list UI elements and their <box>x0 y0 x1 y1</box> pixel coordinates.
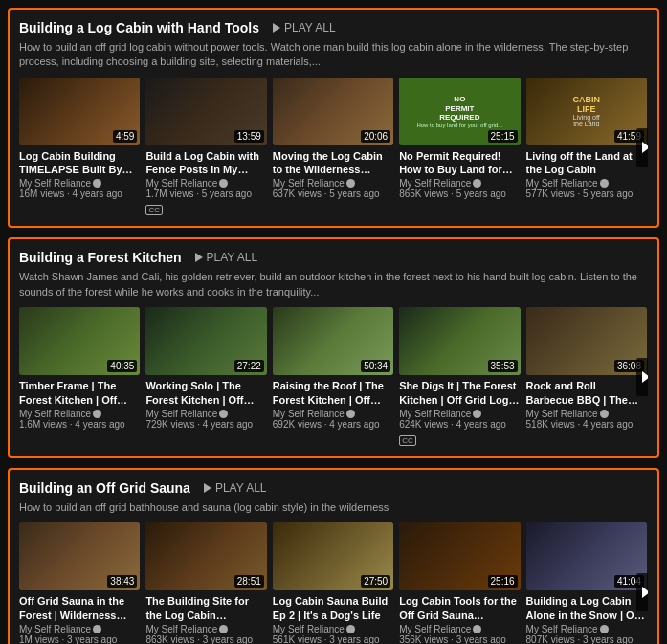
thumbnail-container: 20:06 <box>273 78 393 145</box>
videos-row: 4:59Log Cabin Building TIMELAPSE Built B… <box>19 78 648 217</box>
video-card[interactable]: 27:50Log Cabin Sauna Build Ep 2 | It's a… <box>273 522 393 644</box>
video-meta: 729K views · 4 years ago <box>145 419 266 430</box>
verified-icon: ✓ <box>600 625 609 633</box>
channel-name: My Self Reliance ✓ <box>399 178 520 189</box>
video-info: Off Grid Sauna in the Forest | Wildernes… <box>19 594 140 644</box>
section-title: Building a Log Cabin with Hand Tools <box>19 20 259 35</box>
cabin-life-sub: Living offthe Land <box>573 114 600 127</box>
thumbnail-container: 38:43 <box>19 522 140 590</box>
channel-name: My Self Reliance ✓ <box>19 409 140 419</box>
verified-icon: ✓ <box>473 625 481 633</box>
video-card[interactable]: 28:51The Building Site for the Log Cabin… <box>145 522 266 644</box>
video-info: Working Solo | The Forest Kitchen | Off … <box>145 379 266 430</box>
channel-name: My Self Reliance ✓ <box>145 409 266 419</box>
play-icon <box>273 23 280 33</box>
channel-name: My Self Reliance ✓ <box>273 624 393 634</box>
video-title: Build a Log Cabin with Fence Posts In My… <box>145 149 266 177</box>
video-card[interactable]: 4:59Log Cabin Building TIMELAPSE Built B… <box>19 78 140 217</box>
video-card[interactable]: 41:04Building a Log Cabin Alone in the S… <box>526 522 647 644</box>
video-meta: 16M views · 4 years ago <box>19 189 140 199</box>
section-title: Building a Forest Kitchen <box>19 250 182 265</box>
duration-badge: 25:16 <box>488 575 518 588</box>
thumbnail-container: 13:59 <box>145 78 266 145</box>
video-card[interactable]: 50:34Raising the Roof | The Forest Kitch… <box>273 307 393 447</box>
verified-icon: ✓ <box>600 410 609 418</box>
next-arrow-button[interactable] <box>636 128 648 167</box>
video-meta: 1.6M views · 4 years ago <box>19 419 140 430</box>
video-card[interactable]: 27:22Working Solo | The Forest Kitchen |… <box>145 307 266 447</box>
channel-name: My Self Reliance ✓ <box>526 624 647 634</box>
verified-icon: ✓ <box>219 179 228 188</box>
section-description: Watch Shawn James and Cali, his golden r… <box>19 270 648 300</box>
video-meta: 518K views · 4 years ago <box>526 419 647 430</box>
duration-badge: 4:59 <box>113 130 137 143</box>
video-card[interactable]: NOPERMITREQUIRED How to buy land for you… <box>399 78 520 217</box>
play-all-button[interactable]: PLAY ALL <box>189 249 264 266</box>
video-card[interactable]: 20:06Moving the Log Cabin to the Wildern… <box>273 78 393 217</box>
video-info: Living off the Land at the Log CabinMy S… <box>526 149 647 200</box>
videos-row: 38:43Off Grid Sauna in the Forest | Wild… <box>19 522 648 644</box>
video-info: Building a Log Cabin Alone in the Snow |… <box>526 594 647 644</box>
duration-badge: 28:51 <box>234 575 264 588</box>
video-info: Moving the Log Cabin to the Wilderness P… <box>273 149 393 200</box>
video-info: Log Cabin Tools for the Off Grid Sauna B… <box>399 594 520 644</box>
verified-icon: ✓ <box>346 625 355 633</box>
playlist-section-2: Building an Off Grid SaunaPLAY ALLHow to… <box>8 468 659 644</box>
channel-name: My Self Reliance ✓ <box>273 178 393 189</box>
thumbnail-container: 27:50 <box>273 522 393 590</box>
channel-name: My Self Reliance ✓ <box>526 409 647 419</box>
play-all-label: PLAY ALL <box>215 481 267 495</box>
video-title: Moving the Log Cabin to the Wilderness P… <box>273 149 393 177</box>
channel-name: My Self Reliance ✓ <box>399 624 520 634</box>
video-card[interactable]: 25:16Log Cabin Tools for the Off Grid Sa… <box>399 522 520 644</box>
video-info: Log Cabin Building TIMELAPSE Built By ON… <box>19 149 140 200</box>
video-card[interactable]: CabinLife Living offthe Land 41:59Living… <box>526 78 647 217</box>
video-card[interactable]: 38:43Off Grid Sauna in the Forest | Wild… <box>19 522 140 644</box>
channel-name: My Self Reliance ✓ <box>145 178 266 189</box>
video-info: The Building Site for the Log Cabin Bath… <box>145 594 266 644</box>
video-meta: 577K views · 5 years ago <box>526 189 647 199</box>
play-icon <box>195 253 203 262</box>
video-title: Building a Log Cabin Alone in the Snow |… <box>526 594 647 622</box>
video-meta: 561K views · 3 years ago <box>273 634 393 644</box>
play-all-button[interactable]: PLAY ALL <box>267 19 342 36</box>
thumbnail-container: 27:22 <box>145 307 266 375</box>
video-meta: 865K views · 5 years ago <box>399 189 520 199</box>
duration-badge: 50:34 <box>361 360 390 372</box>
channel-name: My Self Reliance ✓ <box>526 178 647 189</box>
next-arrow-button[interactable] <box>636 358 648 396</box>
thumbnail-container: 35:53 <box>399 307 520 375</box>
video-card[interactable]: 40:35Timber Frame | The Forest Kitchen |… <box>19 307 140 447</box>
thumbnail-container: 28:51 <box>145 522 266 590</box>
video-meta: 692K views · 4 years ago <box>273 419 393 430</box>
video-title: No Permit Required! How to Buy Land for … <box>399 149 520 177</box>
thumbnail-container: 41:04 <box>526 522 647 590</box>
section-header: Building a Forest KitchenPLAY ALL <box>19 249 648 266</box>
video-card[interactable]: 35:53She Digs It | The Forest Kitchen | … <box>399 307 520 447</box>
chevron-right-icon <box>642 371 648 383</box>
verified-icon: ✓ <box>219 410 228 418</box>
video-meta: 863K views · 3 years ago <box>145 634 266 644</box>
video-card[interactable]: 13:59Build a Log Cabin with Fence Posts … <box>145 78 266 217</box>
verified-icon: ✓ <box>346 179 355 188</box>
duration-badge: 40:35 <box>107 360 137 372</box>
channel-name: My Self Reliance ✓ <box>399 409 520 419</box>
duration-badge: 27:22 <box>234 360 264 372</box>
thumbnail-container: 40:35 <box>19 307 140 375</box>
duration-badge: 35:53 <box>488 360 518 372</box>
thumbnail-container: NOPERMITREQUIRED How to buy land for you… <box>399 78 520 145</box>
cc-badge: CC <box>145 199 266 216</box>
video-info: Rock and Roll Barbecue BBQ | The Forest … <box>526 379 647 430</box>
video-title: Off Grid Sauna in the Forest | Wildernes… <box>19 594 140 622</box>
play-all-button[interactable]: PLAY ALL <box>198 479 273 497</box>
video-title: Log Cabin Building TIMELAPSE Built By ON… <box>19 149 140 177</box>
cc-badge: CC <box>399 430 520 447</box>
duration-badge: 20:06 <box>361 130 390 143</box>
video-info: She Digs It | The Forest Kitchen | Off G… <box>399 379 520 447</box>
video-title: Timber Frame | The Forest Kitchen | Off … <box>19 379 140 407</box>
next-arrow-button[interactable] <box>636 573 648 611</box>
video-info: No Permit Required! How to Buy Land for … <box>399 149 520 200</box>
channel-name: My Self Reliance ✓ <box>145 624 266 634</box>
video-title: Log Cabin Sauna Build Ep 2 | It's a Dog'… <box>273 594 393 622</box>
video-card[interactable]: 36:08Rock and Roll Barbecue BBQ | The Fo… <box>526 307 647 447</box>
